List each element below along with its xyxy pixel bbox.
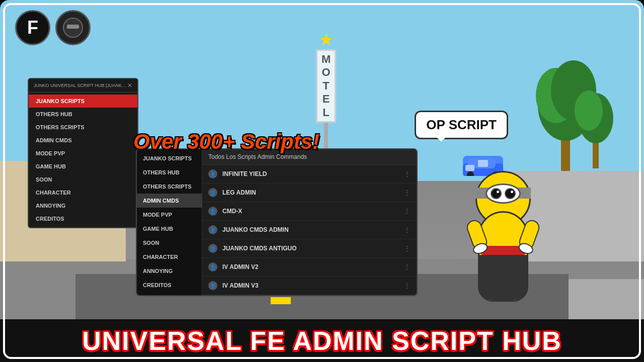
logo-f-letter: F bbox=[27, 17, 38, 38]
script-window-background[interactable]: JUNKO UNIVERSAL SCRIPT HUB [JUANKO MODS … bbox=[28, 78, 138, 228]
content-header: Todos Los Scripts Admin Commands bbox=[202, 149, 417, 165]
nav-item-bg-creditos[interactable]: CREDITOS bbox=[29, 212, 137, 225]
script-name: JUANKO CMDS ADMIN bbox=[222, 226, 404, 233]
motel-letters: M O T E L bbox=[316, 49, 336, 123]
nav-item-bg-admin-cmds[interactable]: ADMIN CMDS bbox=[29, 134, 137, 147]
svg-rect-12 bbox=[478, 160, 488, 167]
nav-item-bg-mode-pvp[interactable]: MODE PVP bbox=[29, 147, 137, 160]
motel-sign: ★ M O T E L bbox=[316, 30, 336, 163]
nav-item-bg-others-hub[interactable]: OTHERS HUB bbox=[29, 108, 137, 121]
script-icon bbox=[208, 225, 217, 234]
nav-bg: JUANKO SCRIPTSOTHERS HUBOTHERS SCRIPTSAD… bbox=[29, 93, 137, 227]
script-name: IV ADMIN V2 bbox=[222, 263, 404, 270]
minion-eye-right bbox=[505, 188, 516, 199]
minion-overalls bbox=[478, 255, 528, 300]
nav-item-bg-others-scripts[interactable]: OTHERS SCRIPTS bbox=[29, 121, 137, 134]
script-item[interactable]: JUANKO CMDS ADMIN⋮ bbox=[202, 221, 417, 239]
script-dots[interactable]: ⋮ bbox=[404, 226, 411, 234]
logo-ninja-circle bbox=[55, 10, 91, 45]
op-script-bubble: OP SCRIPT bbox=[415, 111, 508, 139]
script-item[interactable]: INFINITE YIELD⋮ bbox=[202, 165, 417, 184]
script-item[interactable]: JUANKO CMDS ANTIGUO⋮ bbox=[202, 239, 417, 258]
nav-item-bg-character[interactable]: CHARACTER bbox=[29, 186, 137, 199]
script-icon bbox=[208, 281, 217, 290]
logos: F bbox=[15, 10, 91, 45]
sidebar-item-others-hub[interactable]: OTHERS HUB bbox=[137, 165, 202, 179]
svg-rect-11 bbox=[465, 165, 474, 171]
script-dots[interactable]: ⋮ bbox=[404, 282, 411, 290]
script-icon bbox=[208, 244, 217, 253]
minion-eye-left bbox=[491, 188, 502, 199]
motel-star: ★ bbox=[319, 30, 334, 49]
window-title-bg: JUNKO UNIVERSAL SCRIPT HUB [JUANKO MODS … bbox=[29, 79, 137, 93]
script-dots[interactable]: ⋮ bbox=[404, 244, 411, 252]
minion-arm-left bbox=[465, 218, 490, 252]
op-script-text: OP SCRIPT bbox=[426, 117, 497, 132]
motel-letter-e: E bbox=[323, 93, 330, 106]
script-dots[interactable]: ⋮ bbox=[404, 263, 411, 271]
minion-goggle bbox=[486, 184, 521, 204]
logo-f-circle: F bbox=[15, 10, 50, 45]
script-dots[interactable]: ⋮ bbox=[404, 207, 411, 215]
nav-item-bg-annoying[interactable]: ANNOYING bbox=[29, 199, 137, 212]
nav-item-bg-soon[interactable]: SOON bbox=[29, 173, 137, 186]
ninja-head bbox=[63, 18, 83, 38]
script-dots[interactable]: ⋮ bbox=[404, 189, 411, 197]
script-icon bbox=[208, 188, 217, 197]
close-button-bg[interactable]: ✕ bbox=[127, 82, 132, 89]
motel-letter-m: M bbox=[321, 53, 331, 66]
script-name: IV ADMIN V3 bbox=[222, 282, 404, 289]
motel-letter-o: O bbox=[321, 66, 330, 79]
script-name: JUANKO CMDS ANTIGUO bbox=[222, 245, 404, 252]
bottom-banner: UNIVERSAL FE ADMIN SCRIPT HUB bbox=[0, 319, 644, 362]
script-name: CMD-X bbox=[222, 208, 404, 215]
main-content: Todos Los Scripts Admin Commands INFINIT… bbox=[202, 149, 417, 295]
sidebar-item-game-hub[interactable]: GAME HUB bbox=[137, 222, 202, 236]
script-item[interactable]: LEG ADMIN⋮ bbox=[202, 184, 417, 202]
sidebar-item-character[interactable]: CHARACTER bbox=[137, 250, 202, 264]
sidebar-item-creditos[interactable]: CREDITOS bbox=[137, 278, 202, 292]
window-title-text-bg: JUNKO UNIVERSAL SCRIPT HUB [JUANKO MODS … bbox=[34, 83, 127, 88]
sidebar-item-others-scripts[interactable]: OTHERS SCRIPTS bbox=[137, 179, 202, 194]
minion-character bbox=[463, 171, 543, 302]
script-icon bbox=[208, 169, 217, 178]
motel-letter-t: T bbox=[323, 79, 329, 93]
main-layout: JUANKO SCRIPTSOTHERS HUBOTHERS SCRIPTSAD… bbox=[137, 149, 417, 295]
sidebar-item-mode-pvp[interactable]: MODE PVP bbox=[137, 208, 202, 222]
sidebar-item-annoying[interactable]: ANNOYING bbox=[137, 264, 202, 278]
minion-arm-right bbox=[517, 218, 542, 252]
bottom-banner-text: UNIVERSAL FE ADMIN SCRIPT HUB bbox=[82, 326, 562, 356]
nav-item-bg-game-hub[interactable]: GAME HUB bbox=[29, 160, 137, 173]
script-icon bbox=[208, 262, 217, 272]
ninja-eyes bbox=[67, 25, 79, 29]
sidebar-item-admin-cmds[interactable]: ADMIN CMDS bbox=[137, 194, 202, 208]
sidebar-item-juanko-scripts[interactable]: JUANKO SCRIPTS bbox=[137, 151, 202, 165]
main-sidebar: JUANKO SCRIPTSOTHERS HUBOTHERS SCRIPTSAD… bbox=[137, 149, 202, 295]
trees-right bbox=[513, 40, 624, 173]
minion-body bbox=[478, 211, 528, 302]
script-item[interactable]: IV ADMIN V3⋮ bbox=[202, 277, 417, 295]
script-name: LEG ADMIN bbox=[222, 189, 404, 196]
script-icon bbox=[208, 207, 217, 216]
svg-point-6 bbox=[575, 90, 603, 131]
svg-rect-4 bbox=[593, 141, 599, 168]
script-name: INFINITE YIELD bbox=[222, 170, 404, 177]
motel-letter-l: L bbox=[323, 106, 329, 119]
sidebar-item-soon[interactable]: SOON bbox=[137, 236, 202, 250]
road-line bbox=[271, 297, 291, 304]
script-item[interactable]: IV ADMIN V2⋮ bbox=[202, 258, 417, 277]
script-item[interactable]: CMD-X⋮ bbox=[202, 202, 417, 221]
nav-item-bg-juanko-scripts[interactable]: JUANKO SCRIPTS bbox=[29, 95, 137, 108]
script-dots[interactable]: ⋮ bbox=[404, 170, 411, 178]
script-window-main[interactable]: JUANKO SCRIPTSOTHERS HUBOTHERS SCRIPTSAD… bbox=[136, 148, 418, 296]
